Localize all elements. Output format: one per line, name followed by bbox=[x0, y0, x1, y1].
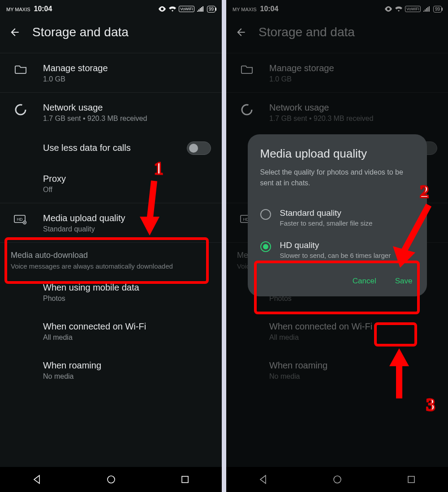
option-standard-sub: Faster to send, smaller file size bbox=[280, 219, 373, 228]
vowifi-badge: VoWiFi bbox=[179, 6, 194, 12]
dialog-desc: Select the quality for photos and videos… bbox=[260, 167, 414, 188]
back-button[interactable] bbox=[9, 26, 21, 38]
proxy-title: Proxy bbox=[43, 173, 211, 185]
manage-storage-row[interactable]: Manage storage 1.0 GB bbox=[0, 53, 222, 92]
wifi-sub: All media bbox=[43, 334, 211, 342]
folder-icon bbox=[11, 62, 30, 74]
manage-storage-sub: 1.0 GB bbox=[43, 75, 211, 83]
nav-home-button[interactable] bbox=[106, 475, 116, 484]
proxy-row[interactable]: Proxy Off bbox=[0, 164, 222, 203]
option-hd-sub: Slower to send, can be 6 times larger bbox=[280, 251, 391, 260]
svg-point-0 bbox=[16, 105, 26, 115]
svg-point-4 bbox=[108, 476, 115, 483]
save-button[interactable]: Save bbox=[393, 274, 414, 288]
data-usage-icon bbox=[11, 102, 30, 116]
mobile-data-title: When using mobile data bbox=[43, 282, 211, 294]
auto-download-sub: Voice messages are always automatically … bbox=[11, 262, 211, 271]
nav-recent-button[interactable] bbox=[181, 475, 190, 484]
less-data-toggle[interactable] bbox=[187, 141, 211, 155]
carrier-label: MY MAXIS bbox=[6, 7, 30, 12]
clock: 10:04 bbox=[34, 5, 52, 13]
status-bar: MY MAXIS 10:04 VoWiFi 99 bbox=[0, 0, 222, 18]
media-upload-row[interactable]: HD Media upload quality Standard quality bbox=[0, 203, 222, 242]
network-usage-row[interactable]: Network usage 1.7 GB sent • 920.3 MB rec… bbox=[0, 93, 222, 132]
roaming-row[interactable]: When roaming No media bbox=[0, 351, 222, 389]
radio-unchecked-icon bbox=[260, 209, 271, 220]
dialog-title: Media upload quality bbox=[260, 147, 414, 161]
roaming-title: When roaming bbox=[43, 359, 211, 372]
page-title: Storage and data bbox=[32, 25, 129, 39]
media-upload-sub: Standard quality bbox=[43, 225, 211, 233]
app-header: Storage and data bbox=[0, 18, 222, 53]
option-hd-title: HD quality bbox=[280, 240, 391, 250]
mobile-data-sub: Photos bbox=[43, 295, 211, 303]
wifi-icon bbox=[169, 6, 176, 12]
option-standard-title: Standard quality bbox=[280, 208, 373, 218]
android-navbar bbox=[0, 467, 222, 492]
media-upload-title: Media upload quality bbox=[43, 212, 211, 224]
wifi-title: When connected on Wi-Fi bbox=[43, 321, 211, 333]
phone-left: MY MAXIS 10:04 VoWiFi 99 Storage and dat… bbox=[0, 0, 222, 492]
battery-badge: 99 bbox=[207, 6, 215, 13]
roaming-sub: No media bbox=[43, 372, 211, 381]
auto-download-section: Media auto-download Voice messages are a… bbox=[0, 243, 222, 273]
manage-storage-title: Manage storage bbox=[43, 62, 211, 74]
auto-download-head: Media auto-download bbox=[11, 251, 211, 260]
option-hd[interactable]: HD quality Slower to send, can be 6 time… bbox=[260, 234, 414, 266]
wifi-row[interactable]: When connected on Wi-Fi All media bbox=[0, 312, 222, 351]
hd-icon: HD bbox=[11, 212, 30, 225]
mobile-data-row[interactable]: When using mobile data Photos bbox=[0, 273, 222, 312]
radio-checked-icon bbox=[260, 241, 271, 252]
nav-back-button[interactable] bbox=[32, 475, 42, 484]
network-usage-sub: 1.7 GB sent • 920.3 MB received bbox=[43, 115, 211, 123]
cancel-button[interactable]: Cancel bbox=[351, 274, 378, 288]
svg-rect-5 bbox=[182, 476, 188, 483]
phone-right: MY MAXIS 10:04 VoWiFi 99 Storage and dat… bbox=[226, 0, 448, 492]
svg-text:HD: HD bbox=[17, 217, 23, 222]
network-usage-title: Network usage bbox=[43, 102, 211, 114]
less-data-title: Use less data for calls bbox=[43, 142, 174, 154]
eye-icon bbox=[158, 6, 166, 12]
signal-icon bbox=[197, 6, 204, 12]
proxy-sub: Off bbox=[43, 186, 211, 194]
media-quality-dialog: Media upload quality Select the quality … bbox=[248, 134, 427, 296]
less-data-row[interactable]: Use less data for calls bbox=[0, 132, 222, 164]
option-standard[interactable]: Standard quality Faster to send, smaller… bbox=[260, 202, 414, 234]
